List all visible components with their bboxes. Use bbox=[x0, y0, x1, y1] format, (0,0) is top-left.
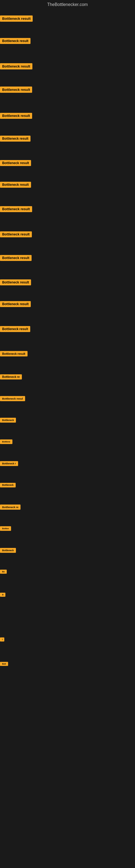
bottleneck-row: B bbox=[0, 593, 5, 598]
bottleneck-badge: Bottleneck result bbox=[0, 206, 32, 212]
bottleneck-row: Bottleneck result bbox=[0, 351, 28, 358]
bottleneck-row: Bottleneck result bbox=[0, 326, 30, 333]
bottleneck-badge: Bottlene bbox=[0, 439, 12, 444]
bottleneck-badge: Bottleneck result bbox=[0, 87, 32, 93]
bottleneck-badge: Bottleneck result bbox=[0, 182, 31, 188]
bottleneck-badge: Bottleneck result bbox=[0, 326, 30, 332]
bottleneck-badge: B bbox=[0, 593, 5, 597]
bottleneck-row: Bottleneck bbox=[0, 548, 16, 554]
bottleneck-badge: Bott bbox=[0, 662, 8, 666]
bottleneck-row: Bottleneck result bbox=[0, 206, 32, 213]
bottleneck-badge: Bottleneck result bbox=[0, 38, 31, 44]
bottleneck-row: Bottleneck resul bbox=[0, 396, 25, 402]
bottleneck-row: Bottleneck result bbox=[0, 231, 32, 239]
bottleneck-row: Bottleneck re bbox=[0, 504, 20, 511]
bottleneck-row: Bottleneck result bbox=[0, 255, 32, 262]
bottleneck-row: Bottlen bbox=[0, 526, 11, 532]
bottleneck-badge: Bottleneck result bbox=[0, 135, 31, 142]
bottleneck-row: Bottleneck result bbox=[0, 279, 31, 286]
bottleneck-row: Bottleneck result bbox=[0, 87, 32, 94]
bottleneck-row: Bottlene bbox=[0, 439, 12, 445]
site-title: TheBottlenecker.com bbox=[0, 0, 135, 8]
bottleneck-badge: Bottleneck result bbox=[0, 16, 33, 22]
bottleneck-row: Bottleneck result bbox=[0, 160, 31, 167]
bottleneck-row: I bbox=[0, 638, 4, 643]
bottleneck-badge: Bottleneck re bbox=[0, 374, 22, 379]
bottleneck-row: Bott bbox=[0, 662, 8, 667]
bottleneck-badge: Bottleneck result bbox=[0, 160, 31, 166]
bottleneck-badge: Bottleneck r bbox=[0, 461, 18, 466]
bottleneck-row: Bottleneck result bbox=[0, 38, 31, 45]
bottleneck-row: Bo bbox=[0, 569, 7, 575]
bottleneck-row: Bottleneck r bbox=[0, 461, 18, 467]
bottleneck-badge: Bottleneck result bbox=[0, 231, 32, 237]
bottleneck-row: Bottleneck result bbox=[0, 16, 33, 23]
bottleneck-badge: Bottleneck result bbox=[0, 63, 32, 69]
bottleneck-row: Bottleneck result bbox=[0, 301, 31, 308]
bottleneck-row: Bottleneck bbox=[0, 418, 16, 424]
bottleneck-row: Bottleneck re bbox=[0, 374, 22, 380]
bottleneck-badge: Bottleneck re bbox=[0, 504, 20, 510]
bottleneck-row: Bottleneck result bbox=[0, 182, 31, 189]
bottleneck-badge: Bottleneck bbox=[0, 418, 16, 423]
bottleneck-badge: Bo bbox=[0, 569, 7, 574]
bottleneck-row: Bottleneck result bbox=[0, 63, 32, 70]
bottleneck-row: Bottleneck bbox=[0, 483, 16, 489]
bottleneck-badge: Bottleneck bbox=[0, 483, 16, 488]
bottleneck-badge: Bottleneck bbox=[0, 548, 16, 553]
bottleneck-badge: Bottleneck result bbox=[0, 255, 32, 261]
bottleneck-badge: Bottleneck result bbox=[0, 351, 28, 356]
bottleneck-badge: Bottleneck result bbox=[0, 113, 32, 119]
bottleneck-row: Bottleneck result bbox=[0, 135, 31, 143]
bottleneck-badge: Bottlen bbox=[0, 526, 11, 531]
bottleneck-badge: Bottleneck resul bbox=[0, 396, 25, 401]
bottleneck-row: Bottleneck result bbox=[0, 113, 32, 120]
bottleneck-badge: Bottleneck result bbox=[0, 279, 31, 285]
bottleneck-badge: I bbox=[0, 638, 4, 642]
bottleneck-badge: Bottleneck result bbox=[0, 301, 31, 307]
